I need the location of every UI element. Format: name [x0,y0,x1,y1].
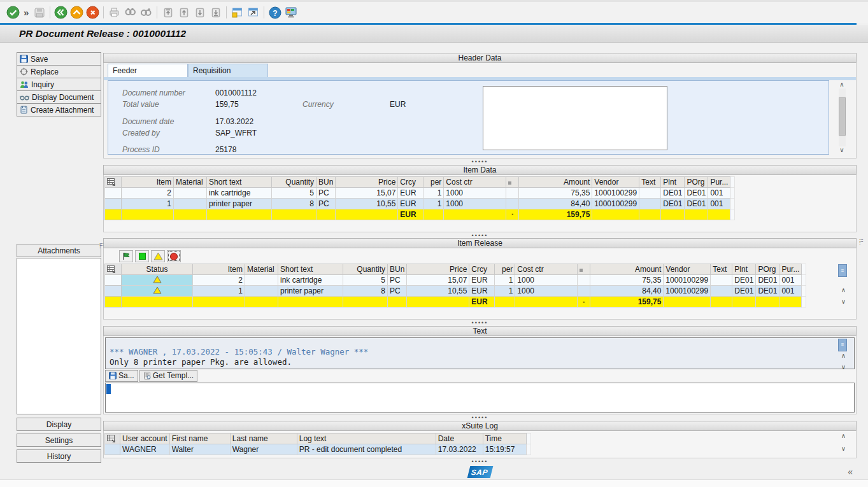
col-per[interactable]: per [495,264,515,275]
table-config-icon[interactable] [105,176,122,187]
tab-requisition[interactable]: Requisition [188,64,268,77]
col-short-text[interactable]: Short text [278,264,343,275]
text-log-display[interactable]: *** WAGNER , 17.03.2022 - 15:05:43 / Wal… [105,337,855,369]
col-vendor[interactable]: Vendor [664,264,711,275]
col-price[interactable]: Price [336,176,398,187]
print-icon[interactable] [106,4,122,20]
col-pur[interactable]: Pur... [708,176,730,187]
col-porg[interactable]: POrg [756,264,779,275]
tab-feeder[interactable]: Feeder [108,64,188,77]
scroll-up-icon[interactable]: ∧ [839,81,844,88]
col-plnt[interactable]: Plnt [732,264,756,275]
section-splitter[interactable]: ••••• [103,232,857,239]
col-sum-icon[interactable] [578,264,590,275]
get-template-button[interactable]: Get Templ... [139,370,197,382]
splitter-grip-right[interactable]: ∶∶∶∶ [859,240,864,245]
item-release-row[interactable]: 1 printer paper 8 PC 10,55 EUR 1 1000 84… [105,286,806,297]
col-amount[interactable]: Amount [519,176,592,187]
col-date[interactable]: Date [436,433,483,444]
find-icon[interactable] [122,4,138,20]
col-bun[interactable]: BUn [388,264,407,275]
cancel-icon[interactable] [85,4,101,20]
col-item[interactable]: Item [193,264,245,275]
continue-icon[interactable] [5,4,21,20]
display-button[interactable]: Display [17,418,101,431]
find-next-icon[interactable] [138,4,154,20]
scroll-up-icon[interactable]: ∧ [841,433,846,439]
col-log-text[interactable]: Log text [297,433,436,444]
release-scroll-arrows[interactable]: ∧∨ [841,287,846,305]
inquiry-button[interactable]: Inquiry [17,78,101,91]
xsuite-scroll-arrows[interactable]: ∧∨ [841,433,846,452]
more-icon[interactable]: » [21,7,31,18]
col-cost-ctr[interactable]: Cost ctr [444,176,506,187]
warning-status-icon[interactable] [122,275,193,286]
section-splitter[interactable]: ••••• [103,159,857,165]
scroll-down-icon[interactable]: ∨ [841,299,846,305]
table-config-icon[interactable] [105,264,122,275]
table-config-icon[interactable] [105,433,120,444]
header-scrollbar[interactable]: ∧ ∨ [837,81,847,154]
customize-layout-icon[interactable] [283,4,299,20]
back-icon[interactable] [53,4,69,20]
release-green-icon[interactable] [135,250,149,262]
col-time[interactable]: Time [483,433,526,444]
section-splitter[interactable]: ••••• [103,320,857,326]
col-quantity[interactable]: Quantity [343,264,388,275]
col-text[interactable]: Text [711,264,732,275]
scroll-down-icon[interactable]: ∨ [841,446,846,452]
section-splitter[interactable]: ••••• [103,458,857,465]
replace-button[interactable]: Replace [17,65,101,78]
scroll-down-icon[interactable]: ∨ [841,364,846,371]
scroll-thumb[interactable] [839,97,846,136]
collapse-panel-icon[interactable]: « [848,467,853,477]
text-entry-area[interactable] [105,383,855,413]
settings-button[interactable]: Settings [17,434,101,447]
display-document-button[interactable]: Display Document [17,90,101,104]
col-last-name[interactable]: Last name [230,433,297,444]
col-material[interactable]: Material [174,176,207,187]
help-icon[interactable]: ? [267,4,283,20]
col-user-account[interactable]: User account [120,433,170,444]
col-pur[interactable]: Pur... [779,264,802,275]
col-first-name[interactable]: First name [169,433,230,444]
table-settings-button[interactable]: ≡ [838,264,847,277]
col-sum-icon[interactable] [506,176,519,187]
col-porg[interactable]: POrg [685,176,708,187]
exit-icon[interactable] [69,4,85,20]
release-reject-icon[interactable] [167,250,181,262]
scroll-up-icon[interactable]: ∧ [841,353,846,359]
col-quantity[interactable]: Quantity [272,176,317,187]
item-data-row[interactable]: 1 printer paper 8 PC 10,55 EUR 1 1000 84… [105,198,735,209]
col-price[interactable]: Price [407,264,469,275]
attachments-header-button[interactable]: Attachments [17,244,101,257]
create-attachment-button[interactable]: Create Attachment [17,103,101,116]
col-cost-ctr[interactable]: Cost ctr [515,264,578,275]
attachments-list[interactable] [17,258,101,414]
text-scroll-arrows[interactable]: ∧∨ [841,353,846,371]
col-status[interactable]: Status [122,264,193,275]
table-settings-button[interactable]: ≡ [838,339,847,351]
col-per[interactable]: per [423,176,444,187]
col-bun[interactable]: BUn [317,176,336,187]
last-page-icon[interactable] [208,4,224,20]
save-icon[interactable] [31,4,47,20]
col-plnt[interactable]: Plnt [661,176,685,187]
text-save-button[interactable]: Sa... [105,370,138,382]
scroll-up-icon[interactable]: ∧ [841,287,846,293]
create-shortcut-icon[interactable] [245,4,261,20]
scroll-down-icon[interactable]: ∨ [839,146,844,154]
new-session-icon[interactable] [229,4,245,20]
col-material[interactable]: Material [245,264,278,275]
release-flag-icon[interactable] [119,250,133,262]
col-crcy[interactable]: Crcy [469,264,495,275]
history-button[interactable]: History [17,449,101,463]
section-splitter[interactable]: ••••• [103,414,857,421]
col-crcy[interactable]: Crcy [398,176,423,187]
col-short-text[interactable]: Short text [207,176,272,187]
xsuite-log-row[interactable]: WAGNER Walter Wagner PR - edit document … [105,444,531,455]
col-item[interactable]: Item [122,176,174,187]
col-vendor[interactable]: Vendor [592,176,639,187]
col-amount[interactable]: Amount [590,264,664,275]
col-text[interactable]: Text [639,176,661,187]
